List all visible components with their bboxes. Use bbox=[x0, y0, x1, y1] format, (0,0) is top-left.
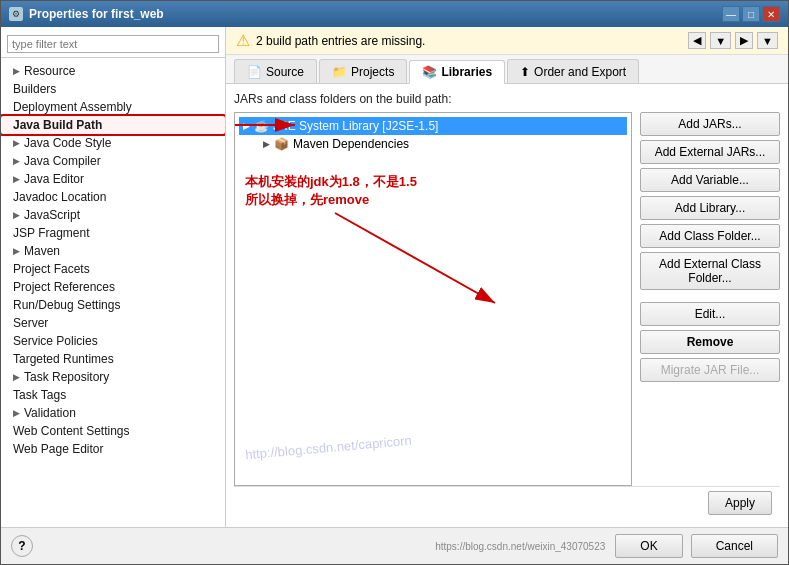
panel-body: ▶ ☕ JRE System Library [J2SE-1.5] ▶ 📦 Ma… bbox=[234, 112, 780, 486]
expand-arrow: ▶ bbox=[13, 246, 20, 256]
help-button[interactable]: ? bbox=[11, 535, 33, 557]
jre-icon: ☕ bbox=[254, 119, 269, 133]
main-panel: ⚠ 2 build path entries are missing. ◀ ▼ … bbox=[226, 27, 788, 527]
tab-libraries-label: Libraries bbox=[441, 65, 492, 79]
sidebar-item-java-build-path[interactable]: Java Build Path bbox=[1, 116, 225, 134]
annotation-line1: 本机安装的jdk为1.8，不是1.5 bbox=[245, 174, 417, 189]
sidebar-label: Project Facets bbox=[13, 262, 90, 276]
sidebar-item-run-debug[interactable]: Run/Debug Settings bbox=[1, 296, 225, 314]
sidebar-label: Project References bbox=[13, 280, 115, 294]
jre-expand-arrow: ▶ bbox=[243, 121, 250, 131]
filter-box bbox=[1, 31, 225, 58]
sidebar-item-task-tags[interactable]: Task Tags bbox=[1, 386, 225, 404]
arrow-svg bbox=[235, 113, 631, 485]
tab-projects-label: Projects bbox=[351, 65, 394, 79]
expand-arrow: ▶ bbox=[13, 408, 20, 418]
properties-window: ⚙ Properties for first_web — □ ✕ ▶ Resou… bbox=[0, 0, 789, 565]
sidebar-item-java-editor[interactable]: ▶ Java Editor bbox=[1, 170, 225, 188]
sidebar-item-resource[interactable]: ▶ Resource bbox=[1, 62, 225, 80]
add-library-button[interactable]: Add Library... bbox=[640, 196, 780, 220]
window-icon: ⚙ bbox=[9, 7, 23, 21]
sidebar-item-jsp-fragment[interactable]: JSP Fragment bbox=[1, 224, 225, 242]
sidebar-label: Task Tags bbox=[13, 388, 66, 402]
sidebar-item-java-compiler[interactable]: ▶ Java Compiler bbox=[1, 152, 225, 170]
panel-content: JARs and class folders on the build path… bbox=[226, 84, 788, 527]
tab-source-label: Source bbox=[266, 65, 304, 79]
sidebar-item-task-repository[interactable]: ▶ Task Repository bbox=[1, 368, 225, 386]
annotation-text: 本机安装的jdk为1.8，不是1.5 所以换掉，先remove bbox=[245, 173, 417, 209]
sidebar-label: Server bbox=[13, 316, 48, 330]
add-external-class-folder-button[interactable]: Add External Class Folder... bbox=[640, 252, 780, 290]
sidebar-label: Task Repository bbox=[24, 370, 109, 384]
warning-bar: ⚠ 2 build path entries are missing. ◀ ▼ … bbox=[226, 27, 788, 55]
minimize-button[interactable]: — bbox=[722, 6, 740, 22]
remove-button[interactable]: Remove bbox=[640, 330, 780, 354]
nav-menu-button[interactable]: ▼ bbox=[757, 32, 778, 49]
panel-description: JARs and class folders on the build path… bbox=[234, 92, 780, 106]
tab-order-export[interactable]: ⬆ Order and Export bbox=[507, 59, 639, 83]
sidebar-item-targeted-runtimes[interactable]: Targeted Runtimes bbox=[1, 350, 225, 368]
sidebar-label: Web Page Editor bbox=[13, 442, 104, 456]
apply-area: Apply bbox=[234, 486, 780, 519]
watermark-text: http://blog.csdn.net/capricorn bbox=[245, 433, 413, 462]
annotation-line2: 所以换掉，先remove bbox=[245, 192, 369, 207]
sidebar-label: JavaScript bbox=[24, 208, 80, 222]
main-content: ▶ Resource Builders Deployment Assembly … bbox=[1, 27, 788, 527]
source-tab-icon: 📄 bbox=[247, 65, 262, 79]
edit-button[interactable]: Edit... bbox=[640, 302, 780, 326]
jre-label: JRE System Library [J2SE-1.5] bbox=[273, 119, 438, 133]
nav-forward-button[interactable]: ▶ bbox=[735, 32, 753, 49]
title-controls: — □ ✕ bbox=[722, 6, 780, 22]
tree-area[interactable]: ▶ ☕ JRE System Library [J2SE-1.5] ▶ 📦 Ma… bbox=[234, 112, 632, 486]
sidebar-item-project-references[interactable]: Project References bbox=[1, 278, 225, 296]
warning-icon: ⚠ bbox=[236, 31, 250, 50]
sidebar-item-web-page-editor[interactable]: Web Page Editor bbox=[1, 440, 225, 458]
expand-arrow: ▶ bbox=[13, 372, 20, 382]
apply-button[interactable]: Apply bbox=[708, 491, 772, 515]
url-watermark: https://blog.csdn.net/weixin_43070523 bbox=[33, 541, 615, 552]
sidebar-item-javascript[interactable]: ▶ JavaScript bbox=[1, 206, 225, 224]
sidebar-item-service-policies[interactable]: Service Policies bbox=[1, 332, 225, 350]
tab-source[interactable]: 📄 Source bbox=[234, 59, 317, 83]
maximize-button[interactable]: □ bbox=[742, 6, 760, 22]
bottom-bar: ? https://blog.csdn.net/weixin_43070523 … bbox=[1, 527, 788, 564]
sidebar-item-deployment-assembly[interactable]: Deployment Assembly bbox=[1, 98, 225, 116]
expand-arrow: ▶ bbox=[13, 210, 20, 220]
sidebar-label: Maven bbox=[24, 244, 60, 258]
nav-back-button[interactable]: ◀ bbox=[688, 32, 706, 49]
tree-item-maven[interactable]: ▶ 📦 Maven Dependencies bbox=[239, 135, 627, 153]
filter-input[interactable] bbox=[7, 35, 219, 53]
ok-button[interactable]: OK bbox=[615, 534, 682, 558]
sidebar-item-web-content-settings[interactable]: Web Content Settings bbox=[1, 422, 225, 440]
sidebar-item-javadoc-location[interactable]: Javadoc Location bbox=[1, 188, 225, 206]
add-variable-button[interactable]: Add Variable... bbox=[640, 168, 780, 192]
maven-icon: 📦 bbox=[274, 137, 289, 151]
sidebar-item-project-facets[interactable]: Project Facets bbox=[1, 260, 225, 278]
sidebar-label: Java Compiler bbox=[24, 154, 101, 168]
sidebar-item-server[interactable]: Server bbox=[1, 314, 225, 332]
tabs-bar: 📄 Source 📁 Projects 📚 Libraries ⬆ Order … bbox=[226, 55, 788, 84]
sidebar-item-builders[interactable]: Builders bbox=[1, 80, 225, 98]
tree-item-jre[interactable]: ▶ ☕ JRE System Library [J2SE-1.5] bbox=[239, 117, 627, 135]
migrate-jar-file-button[interactable]: Migrate JAR File... bbox=[640, 358, 780, 382]
sidebar-label: Builders bbox=[13, 82, 56, 96]
tab-order-export-label: Order and Export bbox=[534, 65, 626, 79]
sidebar-item-validation[interactable]: ▶ Validation bbox=[1, 404, 225, 422]
tab-libraries[interactable]: 📚 Libraries bbox=[409, 60, 505, 84]
tab-projects[interactable]: 📁 Projects bbox=[319, 59, 407, 83]
order-export-tab-icon: ⬆ bbox=[520, 65, 530, 79]
add-external-jars-button[interactable]: Add External JARs... bbox=[640, 140, 780, 164]
add-class-folder-button[interactable]: Add Class Folder... bbox=[640, 224, 780, 248]
nav-dropdown-button[interactable]: ▼ bbox=[710, 32, 731, 49]
maven-expand-arrow: ▶ bbox=[263, 139, 270, 149]
sidebar-label: Run/Debug Settings bbox=[13, 298, 120, 312]
sidebar-item-maven[interactable]: ▶ Maven bbox=[1, 242, 225, 260]
bottom-buttons: OK Cancel bbox=[615, 534, 778, 558]
nav-arrows: ◀ ▼ ▶ ▼ bbox=[688, 32, 778, 49]
close-button[interactable]: ✕ bbox=[762, 6, 780, 22]
maven-label: Maven Dependencies bbox=[293, 137, 409, 151]
add-jars-button[interactable]: Add JARs... bbox=[640, 112, 780, 136]
sidebar-item-java-code-style[interactable]: ▶ Java Code Style bbox=[1, 134, 225, 152]
cancel-button[interactable]: Cancel bbox=[691, 534, 778, 558]
libraries-tab-icon: 📚 bbox=[422, 65, 437, 79]
